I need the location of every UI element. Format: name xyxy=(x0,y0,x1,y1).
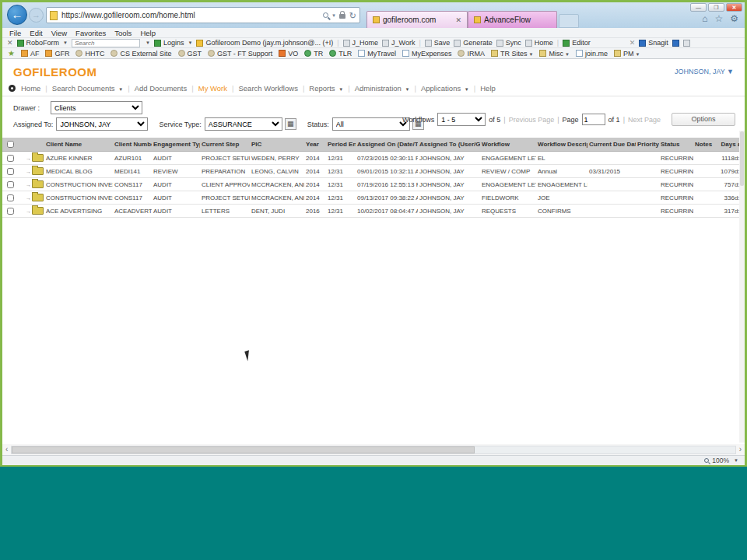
search-icon[interactable] xyxy=(323,12,328,18)
menu-tools[interactable]: Tools xyxy=(114,29,132,37)
nav-administration[interactable]: Administration ▼ xyxy=(355,84,410,93)
table-row[interactable]: → CONSTRUCTION INVESTORCONS117 AUDITPROJ… xyxy=(2,191,745,205)
menu-favorites[interactable]: Favorites xyxy=(75,29,106,37)
favorites-star-icon[interactable]: ★ xyxy=(8,49,15,58)
refresh-icon[interactable]: ↻ xyxy=(349,12,356,19)
col-pic[interactable]: PIC xyxy=(250,138,304,152)
col-current-due-date[interactable]: Current Due Date xyxy=(587,138,636,152)
row-checkbox[interactable] xyxy=(7,155,14,162)
bookmark-tr[interactable]: TR xyxy=(304,50,323,58)
forward-button[interactable]: → xyxy=(29,8,44,23)
scroll-right-icon[interactable]: › xyxy=(739,445,742,454)
col-year[interactable]: Year xyxy=(304,138,326,152)
drawer-select[interactable]: Clients xyxy=(51,101,142,114)
jhome-button[interactable]: J_Home xyxy=(343,39,379,47)
bookmark-mytravel[interactable]: MyTravel xyxy=(358,50,396,58)
logins-menu[interactable]: Logins▼ xyxy=(154,39,192,47)
tab-gofileroom[interactable]: gofileroom.com ✕ xyxy=(366,11,468,28)
vertical-scrollbar[interactable] xyxy=(739,131,745,443)
col-notes[interactable]: Notes xyxy=(693,138,714,152)
bookmark-gfr[interactable]: GFR xyxy=(45,50,69,58)
folder-icon[interactable] xyxy=(32,194,44,201)
favorites-icon[interactable]: ☆ xyxy=(714,13,723,24)
select-all-checkbox[interactable] xyxy=(7,141,14,148)
rf-home-button[interactable]: Home xyxy=(525,39,553,47)
new-tab-button[interactable] xyxy=(559,14,579,28)
service-type-list-button[interactable]: ▦ xyxy=(285,118,296,130)
page-number-input[interactable] xyxy=(582,114,605,125)
col-assigned-to[interactable]: Assigned To (User/Group) xyxy=(418,138,480,152)
close-toolbar-icon[interactable]: ✕ xyxy=(7,39,13,47)
folder-icon[interactable] xyxy=(32,167,44,175)
bookmark-joinme[interactable]: join.me xyxy=(576,50,608,58)
home-icon[interactable]: ⌂ xyxy=(702,13,707,24)
bookmark-vo[interactable]: VO xyxy=(279,50,298,58)
bookmark-irma[interactable]: IRMA xyxy=(458,50,485,58)
row-checkbox[interactable] xyxy=(7,194,14,201)
close-snagit-icon[interactable]: ✕ xyxy=(630,39,636,47)
menu-help[interactable]: Help xyxy=(140,29,156,37)
roboform-search-input[interactable] xyxy=(72,39,140,47)
back-button[interactable]: ← xyxy=(7,5,27,25)
nav-help[interactable]: Help xyxy=(480,84,496,93)
col-workflow-description[interactable]: Workflow Description xyxy=(536,138,587,152)
nav-add-documents[interactable]: Add Documents xyxy=(135,84,188,93)
menu-edit[interactable]: Edit xyxy=(30,29,42,37)
status-select[interactable]: All xyxy=(332,117,410,131)
folder-icon[interactable] xyxy=(32,207,44,215)
folder-icon[interactable] xyxy=(32,180,44,188)
horizontal-scrollbar[interactable]: ‹ › xyxy=(2,444,745,455)
row-checkbox[interactable] xyxy=(7,168,14,175)
tab-close-icon[interactable]: ✕ xyxy=(455,16,461,24)
col-workflow[interactable]: Workflow xyxy=(480,138,536,152)
row-checkbox[interactable] xyxy=(7,208,14,215)
bookmark-af[interactable]: AF xyxy=(21,50,40,58)
nav-my-work[interactable]: My Work xyxy=(198,84,227,93)
table-row[interactable]: → ACE ADVERTISINGACEADVERT AUDITLETTERS … xyxy=(2,205,745,218)
address-bar[interactable]: https://www.gofileroom.com/home.html ▾ ↻ xyxy=(46,7,360,23)
nav-search-documents[interactable]: Search Documents ▼ xyxy=(52,84,123,93)
col-assigned-on[interactable]: Assigned On (Date/Time) xyxy=(356,138,418,152)
folder-icon[interactable] xyxy=(32,154,44,162)
bookmark-myexpenses[interactable]: MyExpenses xyxy=(402,50,452,58)
snagit-window-icon[interactable] xyxy=(683,40,690,47)
url-text[interactable]: https://www.gofileroom.com/home.html xyxy=(61,11,323,19)
workflow-range-select[interactable]: 1 - 5 xyxy=(437,113,486,126)
bookmark-hhtc[interactable]: HHTC xyxy=(75,50,104,58)
tab-advanceflow[interactable]: AdvanceFlow xyxy=(468,11,557,28)
settings-gear-icon[interactable]: ⚙ xyxy=(730,13,738,24)
bookmark-tlr[interactable]: TLR xyxy=(329,50,352,58)
col-client-name[interactable]: Client Name xyxy=(44,138,113,152)
previous-page-link[interactable]: Previous Page xyxy=(509,116,555,124)
row-checkbox[interactable] xyxy=(7,181,14,188)
save-button[interactable]: Save xyxy=(425,39,451,47)
col-engagement-type[interactable]: Engagement Type xyxy=(152,138,200,152)
account-passcard[interactable]: Gofileroom Demo (jay.m.johnson@... (+I) xyxy=(196,39,333,47)
bookmark-gst-ft[interactable]: GST - FT Support xyxy=(208,50,272,58)
nav-home[interactable]: Home xyxy=(21,84,40,93)
minimize-button[interactable]: — xyxy=(690,3,707,12)
editor-button[interactable]: Editor xyxy=(563,39,591,47)
scrollbar-thumb[interactable] xyxy=(12,446,475,453)
snagit-capture-icon[interactable] xyxy=(672,40,679,47)
table-row[interactable]: → CONSTRUCTION INVESTORCONS117 AUDITCLIE… xyxy=(2,178,745,191)
sync-button[interactable]: Sync xyxy=(496,39,521,47)
menu-file[interactable]: File xyxy=(9,29,21,37)
chevron-down-icon[interactable]: ▾ xyxy=(332,12,335,19)
menu-view[interactable]: View xyxy=(51,29,67,37)
nav-search-workflows[interactable]: Search Workflows xyxy=(239,84,298,93)
roboform-menu[interactable]: RoboForm▼ xyxy=(17,39,68,47)
zoom-level[interactable]: 100% xyxy=(712,457,729,464)
user-menu[interactable]: JOHNSON, JAY ▼ xyxy=(675,65,734,75)
col-current-step[interactable]: Current Step xyxy=(200,138,250,152)
table-row[interactable]: → AZURE KINNERAZUR101 AUDITPROJECT SETUP… xyxy=(2,152,745,165)
nav-applications[interactable]: Applications ▼ xyxy=(421,84,469,93)
generate-button[interactable]: Generate xyxy=(454,39,493,47)
col-priority[interactable]: Priority xyxy=(636,138,659,152)
service-type-select[interactable]: ASSURANCE xyxy=(205,117,282,131)
snagit-button[interactable]: Snagit xyxy=(639,39,668,47)
table-row[interactable]: → MEDICAL BLOGMEDI141 REVIEWPREPARATION … xyxy=(2,165,745,178)
bookmark-cs-external[interactable]: CS External Site xyxy=(110,50,171,58)
col-period-end[interactable]: Period End xyxy=(326,138,356,152)
close-button[interactable]: ✕ xyxy=(726,3,742,12)
